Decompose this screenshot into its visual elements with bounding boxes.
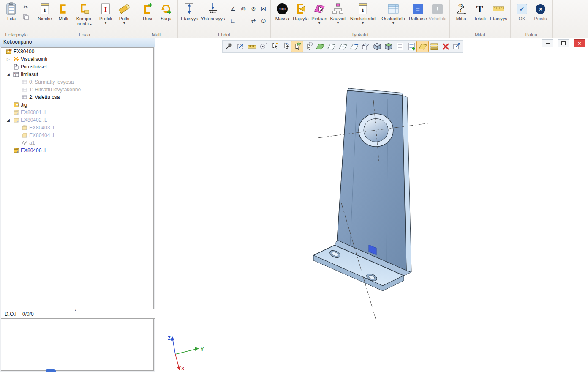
coincidence-button[interactable]: Yhtenevyys (199, 1, 227, 22)
select-face-green-button[interactable] (314, 41, 326, 52)
nimiketiedot-button[interactable]: i Nimiketiedot ▾ (347, 1, 378, 25)
rajayta-button[interactable]: Räjäytä (291, 1, 310, 22)
pick-body-button[interactable] (303, 41, 314, 52)
kaaviot-button[interactable]: Kaaviot ▾ (329, 1, 347, 25)
group-label-constraints: Ehdot (178, 32, 270, 37)
mitta-button[interactable]: 45 Mitta (452, 1, 471, 22)
expander-icon[interactable]: ▷ (7, 57, 13, 61)
mitat-etaisyys-label: Etäisyys (490, 16, 507, 21)
tree-item-piirustukset[interactable]: Piirustukset (1, 63, 153, 71)
work-plane-button[interactable] (417, 41, 428, 52)
select-face-edge-button[interactable] (348, 41, 360, 52)
feature-list-button[interactable] (394, 41, 406, 52)
ribbon-group-tools: 10,0 Massa Räjäytä Pintaan ▾ (271, 0, 450, 38)
expander-icon[interactable]: ◢ (7, 72, 13, 77)
copy-button[interactable] (22, 13, 30, 21)
maximize-button[interactable] (558, 39, 569, 47)
ok-button[interactable]: ✓ OK (513, 1, 531, 22)
snap-point-button[interactable] (257, 41, 269, 52)
configuration-variant-icon (22, 79, 27, 85)
constraint-perpendicular-button[interactable]: ∟ (229, 15, 238, 27)
constraint-exchange-button[interactable]: ⇄ (249, 15, 258, 27)
open-box-button[interactable] (360, 41, 371, 52)
tree-item-ex80402[interactable]: ◢ EX80402 .L (1, 116, 153, 124)
sarja-label: Sarja (161, 16, 172, 21)
malli-label: Malli (59, 16, 68, 21)
cut-button[interactable]: ✂ (22, 3, 30, 11)
teksti-button[interactable]: T Teksti (471, 1, 489, 22)
solid-cube-button[interactable] (371, 41, 383, 52)
massa-button[interactable]: 10,0 Massa (273, 1, 291, 22)
tree-item-config-2[interactable]: 2: Valettu osa (1, 93, 153, 101)
model-canvas[interactable]: Z Y X (155, 38, 588, 372)
frame-select-button[interactable] (234, 41, 246, 52)
uusi-button[interactable]: Uusi (138, 1, 157, 22)
group-label-return: Paluu (511, 32, 552, 37)
pick-point-icon (270, 42, 279, 51)
paste-button[interactable]: Liitä (2, 1, 21, 22)
teksti-label: Teksti (474, 16, 486, 21)
komponentti-button[interactable]: Kompo- nentti ▾ (73, 1, 96, 27)
tree-item-ex80406[interactable]: EX80406 .L (1, 147, 153, 154)
tree-item-label: EX80402 .L (21, 117, 47, 123)
bracket-model[interactable] (313, 88, 411, 291)
model-viewport[interactable]: Z Y X (155, 38, 588, 372)
snap-point-icon (259, 42, 268, 51)
y-axis-arrow (195, 347, 199, 351)
ribbon-group-insert: i Nimike Malli Kompo- nentti (33, 0, 136, 38)
poistu-label: Poistu (534, 16, 547, 21)
pick-face-button[interactable] (291, 41, 303, 52)
select-face-point-button[interactable] (337, 41, 348, 52)
to-surface-icon (313, 2, 326, 16)
tree-item-ilmiasut[interactable]: ◢ Ilmiasut (1, 71, 153, 78)
pin-button[interactable] (223, 41, 234, 52)
tree-item-ex80801[interactable]: EX80801 .L (1, 109, 153, 116)
constraint-parallel-button[interactable]: ≡ (239, 15, 248, 27)
tree-item-jig[interactable]: Jig (1, 101, 153, 109)
constraint-angle-button[interactable]: ∠ (229, 3, 238, 14)
splitter-handle-icon[interactable]: ▴ (75, 308, 76, 312)
tree-item-ex80404[interactable]: EX80404 .L (1, 131, 153, 139)
export-view-button[interactable] (451, 41, 463, 52)
series-icon (160, 2, 172, 16)
pick-point-button[interactable] (269, 41, 280, 52)
select-face-button[interactable] (326, 41, 337, 52)
ribbon-group-model: Uusi Sarja Malli (136, 0, 178, 38)
distance-constraint-button[interactable]: Etäisyys (180, 1, 199, 22)
add-list-button[interactable] (406, 41, 417, 52)
virheloki-button[interactable]: ! Virheloki (428, 1, 447, 22)
profiili-button[interactable]: I Profiili ▾ (96, 1, 115, 25)
measure-button[interactable] (246, 41, 257, 52)
cube-face-green-button[interactable] (383, 41, 394, 52)
tree-item-config-1[interactable]: 1: Hitsattu levyrakenne (1, 86, 153, 93)
constraint-antitangent-button[interactable]: ∅ (259, 15, 268, 27)
tree-item-config-0[interactable]: 0: Särmätty levyosa (1, 78, 153, 86)
mitat-etaisyys-button[interactable]: Etäisyys (489, 1, 508, 22)
pintaan-button[interactable]: Pintaan ▾ (310, 1, 329, 25)
delete-button[interactable] (440, 41, 451, 52)
tree-item-visualisointi[interactable]: ▷ Visualisointi (1, 55, 153, 63)
close-button[interactable]: × (574, 39, 585, 47)
panel-title: Kokoonpano (0, 38, 155, 47)
z-axis-label: Z (168, 336, 171, 341)
tree-item-ex80400[interactable]: EX80400 (1, 48, 153, 55)
constraint-tangent-button[interactable]: ⊘ (249, 3, 258, 14)
osaluettelo-button[interactable]: Osaluettelo ▾ (378, 1, 408, 25)
constraint-symmetric-button[interactable]: ⋈ (259, 3, 268, 14)
expander-icon[interactable]: ◢ (7, 118, 13, 122)
bottom-window-fragment (46, 369, 56, 372)
sarja-button[interactable]: Sarja (157, 1, 175, 22)
tree-item-ex80403[interactable]: EX80403 .L (1, 124, 153, 131)
minimize-button[interactable] (542, 39, 553, 47)
section-rows-button[interactable] (428, 41, 440, 52)
pick-edge-button[interactable] (280, 41, 291, 52)
poistu-button[interactable]: × Poistu (531, 1, 550, 22)
constraint-concentric-button[interactable]: ◎ (239, 3, 248, 14)
cube-icon (373, 42, 382, 51)
tree-item-a1[interactable]: a1 (1, 139, 153, 147)
malli-button[interactable]: Malli (54, 1, 73, 22)
jig-icon (13, 102, 19, 108)
ratkaise-button[interactable]: = Ratkaise (408, 1, 428, 22)
putki-button[interactable]: Putki ▾ (115, 1, 133, 25)
nimike-button[interactable]: i Nimike (35, 1, 54, 22)
